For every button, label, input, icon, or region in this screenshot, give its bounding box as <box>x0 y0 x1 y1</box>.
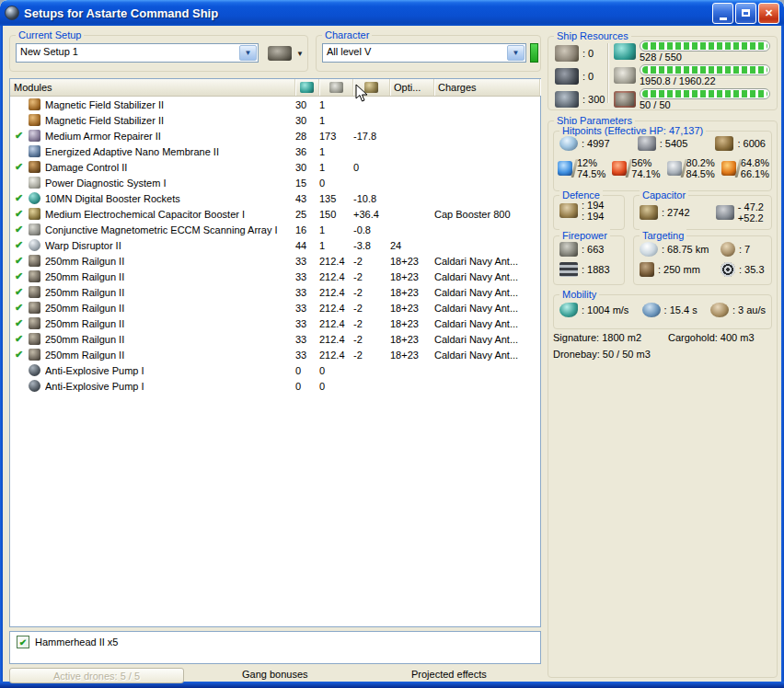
armor-hp-icon <box>638 136 656 151</box>
module-powergrid: 0 <box>319 381 353 392</box>
module-icon <box>29 317 40 329</box>
close-button[interactable]: ✕ <box>758 3 779 24</box>
module-optimal: 18+23 <box>390 303 434 314</box>
column-header-powergrid[interactable] <box>319 79 353 96</box>
tab-gang-bonuses[interactable]: Gang bonuses <box>242 669 308 680</box>
drone-label: Hammerhead II x5 <box>35 636 118 648</box>
minimize-button[interactable] <box>712 3 733 24</box>
active-drones-button[interactable]: Active drones: 5 / 5 <box>9 668 184 683</box>
module-optimal: 18+23 <box>390 287 434 298</box>
firepower-title: Firepower <box>559 229 610 242</box>
module-row[interactable]: ✔250mm Railgun II33212.4-218+23Caldari N… <box>10 331 540 347</box>
chevron-down-icon[interactable]: ▼ <box>507 45 525 61</box>
module-row[interactable]: Magnetic Field Stabilizer II301 <box>10 112 540 128</box>
turret-hardpoints-value: : 0 <box>582 48 594 59</box>
dronebay-text: Dronebay: 50 / 50 m3 <box>553 349 651 360</box>
column-header-capacitor[interactable] <box>353 79 390 96</box>
module-row[interactable]: ✔250mm Railgun II33212.4-218+23Caldari N… <box>10 253 540 269</box>
column-header-cpu[interactable] <box>295 79 319 96</box>
module-powergrid: 135 <box>319 193 353 204</box>
module-row[interactable]: Power Diagnostic System I150 <box>10 175 540 190</box>
character-label: Character <box>322 29 372 41</box>
modules-rows: Magnetic Field Stabilizer II301Magnetic … <box>10 97 540 394</box>
warp-speed-value: : 3 au/s <box>732 304 766 315</box>
module-row[interactable]: ✔Damage Control II3010 <box>10 159 540 175</box>
title-bar[interactable]: Setups for Astarte Command Ship ✕ <box>0 0 784 26</box>
active-check-icon: ✔ <box>10 333 23 345</box>
modules-header-row: Modules Opti... Charges <box>10 79 540 97</box>
module-icon <box>29 349 40 361</box>
shield-hp-icon <box>559 136 578 151</box>
module-name: Anti-Explosive Pump I <box>45 365 295 376</box>
tab-projected-effects[interactable]: Projected effects <box>411 669 487 680</box>
chevron-down-icon[interactable]: ▼ <box>239 45 257 61</box>
module-row[interactable]: ✔Warp Disruptor II441-3.824 <box>10 237 540 253</box>
module-row[interactable]: Energized Adaptive Nano Membrane II361 <box>10 143 540 159</box>
module-cpu: 43 <box>295 193 319 204</box>
current-setup-groupbox: Current Setup New Setup 1 ▼ ▼ <box>9 35 308 72</box>
kinetic-armor-resist: 84.5% <box>686 168 715 179</box>
current-setup-combo[interactable]: New Setup 1 ▼ <box>16 43 259 63</box>
defence-icon <box>559 203 578 218</box>
powergrid-icon <box>614 67 636 84</box>
module-name: 250mm Railgun II <box>45 318 295 329</box>
cpu-icon <box>614 43 636 60</box>
module-icon <box>29 177 40 189</box>
active-check-icon: ✔ <box>10 286 23 298</box>
checkbox-checked-icon[interactable]: ✔ <box>17 636 29 648</box>
column-header-charges[interactable]: Charges <box>434 79 540 96</box>
character-combo[interactable]: All level V ▼ <box>322 43 526 63</box>
module-name: Damage Control II <box>45 162 295 173</box>
module-row[interactable]: Magnetic Field Stabilizer II301 <box>10 97 540 112</box>
module-cpu: 30 <box>295 99 319 110</box>
module-row[interactable]: Anti-Explosive Pump I00 <box>10 378 540 394</box>
app-icon <box>5 6 19 20</box>
targeting-title: Targeting <box>640 229 686 242</box>
column-header-optimal[interactable]: Opti... <box>390 79 434 96</box>
ship-menu-button[interactable]: ▼ <box>266 42 306 64</box>
max-targets-value: : 7 <box>739 244 750 255</box>
volley-value: : 1883 <box>582 264 610 275</box>
module-row[interactable]: ✔250mm Railgun II33212.4-218+23Caldari N… <box>10 300 540 315</box>
launcher-hardpoints-value: : 0 <box>582 71 594 82</box>
module-capacitor: -2 <box>353 318 390 329</box>
module-powergrid: 212.4 <box>319 303 353 314</box>
module-icon <box>29 255 40 267</box>
module-name: 10MN Digital Booster Rockets <box>45 193 295 204</box>
column-header-modules[interactable]: Modules <box>10 79 295 96</box>
module-cpu: 25 <box>295 209 319 220</box>
capacitor-amount-icon <box>640 205 658 220</box>
signature-text: Signature: 1800 m2 <box>553 332 641 343</box>
module-optimal: 18+23 <box>390 350 434 361</box>
character-value: All level V <box>323 44 506 62</box>
module-optimal: 24 <box>390 240 434 251</box>
em-armor-resist: 74.5% <box>577 168 605 179</box>
module-row[interactable]: ✔250mm Railgun II33212.4-218+23Caldari N… <box>10 269 540 284</box>
character-status-bar <box>530 43 538 63</box>
module-row[interactable]: ✔10MN Digital Booster Rockets43135-10.8 <box>10 190 540 206</box>
module-cpu: 36 <box>295 146 319 157</box>
module-name: Warp Disruptor II <box>45 240 295 251</box>
em-shield-resist: 12% <box>577 157 605 168</box>
module-row[interactable]: ✔250mm Railgun II33212.4-218+23Caldari N… <box>10 284 540 300</box>
drone-list-item[interactable]: ✔ Hammerhead II x5 <box>17 636 534 648</box>
module-row[interactable]: ✔250mm Railgun II33212.4-218+23Caldari N… <box>10 347 540 362</box>
module-capacitor: -0.8 <box>353 224 390 235</box>
module-powergrid: 212.4 <box>319 334 353 345</box>
module-row[interactable]: ✔Medium Armor Repairer II28173-17.8 <box>10 128 540 143</box>
dropdown-arrow-icon: ▼ <box>296 50 304 58</box>
module-row[interactable]: ✔Conjunctive Magnetometric ECCM Scanning… <box>10 222 540 237</box>
module-row[interactable]: Anti-Explosive Pump I00 <box>10 362 540 378</box>
cpu-value: 528 / 550 <box>640 52 770 63</box>
maximize-button[interactable] <box>735 3 756 24</box>
max-velocity-value: : 1004 m/s <box>582 304 628 315</box>
module-charges: Caldari Navy Ant... <box>434 271 540 282</box>
capacitor-recharge-value: +52.2 <box>738 212 764 224</box>
module-row[interactable]: ✔Medium Electrochemical Capacitor Booste… <box>10 206 540 222</box>
defence-title: Defence <box>559 189 603 201</box>
module-name: 250mm Railgun II <box>45 287 295 298</box>
powergrid-icon <box>329 82 343 93</box>
module-optimal: 18+23 <box>390 318 434 329</box>
structure-hp-value: : 6006 <box>737 138 766 149</box>
module-row[interactable]: ✔250mm Railgun II33212.4-218+23Caldari N… <box>10 315 540 331</box>
